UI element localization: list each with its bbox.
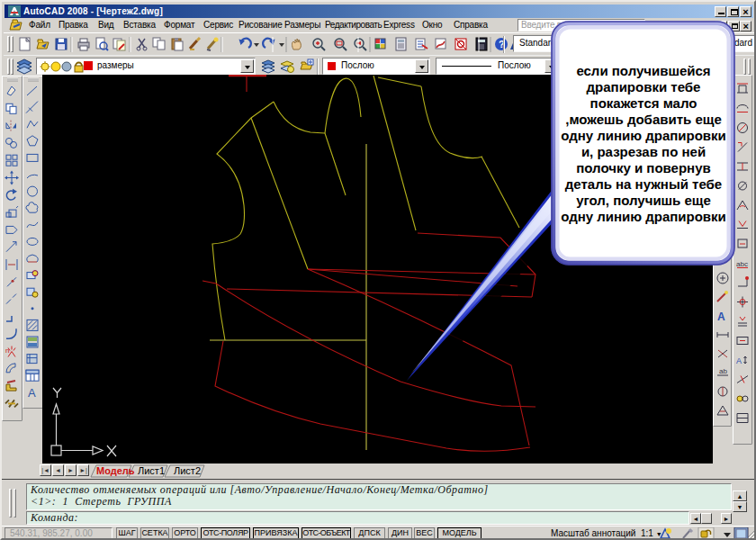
- svg-text:Модель: Модель: [96, 465, 135, 476]
- svg-text:ab: ab: [719, 367, 727, 375]
- svg-text:Лист2: Лист2: [174, 465, 201, 476]
- svg-text:A: A: [28, 386, 36, 400]
- svg-text:A: A: [736, 356, 742, 365]
- svg-text:A: A: [717, 310, 725, 323]
- svg-text:abc: abc: [736, 260, 748, 268]
- svg-text:Лист1: Лист1: [138, 465, 165, 476]
- svg-text:n: n: [5, 346, 9, 355]
